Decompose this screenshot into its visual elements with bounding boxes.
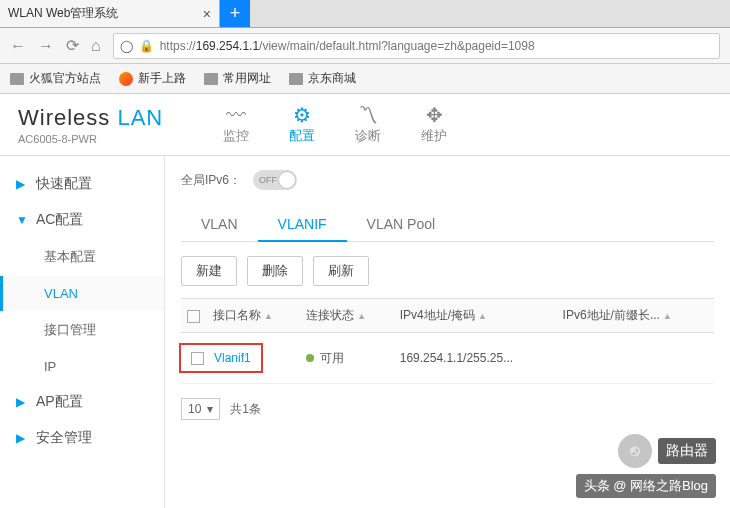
vlanif-table: 接口名称▲ 连接状态▲ IPv4地址/掩码▲ IPv6地址/前缀长...▲ Vl… xyxy=(181,298,714,384)
firefox-icon xyxy=(119,72,133,86)
maintain-icon: ✥ xyxy=(426,105,443,125)
global-ipv6-row: 全局IPv6： OFF xyxy=(181,170,714,190)
folder-icon xyxy=(10,73,24,85)
back-icon[interactable]: ← xyxy=(10,37,26,55)
url-input[interactable]: ◯ 🔒 https://169.254.1.1/view/main/defaul… xyxy=(113,33,720,59)
sort-icon: ▲ xyxy=(357,311,366,321)
sidebar-item-security[interactable]: ▶安全管理 xyxy=(0,420,164,456)
address-bar: ← → ⟳ ⌂ ◯ 🔒 https://169.254.1.1/view/mai… xyxy=(0,28,730,64)
sidebar-sub-vlan[interactable]: VLAN xyxy=(0,276,164,311)
cell-ipv4: 169.254.1.1/255.25... xyxy=(394,333,557,384)
page-header: Wireless LAN AC6005-8-PWR 〰监控 ⚙配置 〽诊断 ✥维… xyxy=(0,94,730,156)
browser-tab-bar: WLAN Web管理系统 × + xyxy=(0,0,730,28)
lock-warning-icon: 🔒 xyxy=(139,39,154,53)
pager-total: 共1条 xyxy=(230,401,261,418)
sidebar-sub-basic[interactable]: 基本配置 xyxy=(0,238,164,276)
highlight-annotation: Vlanif1 xyxy=(179,343,263,373)
gear-icon: ⚙ xyxy=(293,105,311,125)
browser-tab[interactable]: WLAN Web管理系统 × xyxy=(0,0,220,27)
folder-icon xyxy=(289,73,303,85)
chevron-down-icon: ▼ xyxy=(16,213,28,227)
sidebar-sub-interface[interactable]: 接口管理 xyxy=(0,311,164,349)
sidebar-item-quick[interactable]: ▶快速配置 xyxy=(0,166,164,202)
tab-vlanif[interactable]: VLANIF xyxy=(258,208,347,242)
folder-icon xyxy=(204,73,218,85)
tab-vlan[interactable]: VLAN xyxy=(181,208,258,241)
col-ipv6[interactable]: IPv6地址/前缀长...▲ xyxy=(557,299,714,333)
status-dot-icon xyxy=(306,354,314,362)
new-tab-button[interactable]: + xyxy=(220,0,250,27)
bookmark-item[interactable]: 常用网址 xyxy=(204,70,271,87)
tab-title: WLAN Web管理系统 xyxy=(8,5,118,22)
sidebar-item-ac[interactable]: ▼AC配置 xyxy=(0,202,164,238)
chevron-down-icon: ▾ xyxy=(207,402,213,416)
col-ipv4[interactable]: IPv4地址/掩码▲ xyxy=(394,299,557,333)
sort-icon: ▲ xyxy=(663,311,672,321)
bookmark-bar: 火狐官方站点 新手上路 常用网址 京东商城 xyxy=(0,64,730,94)
col-name[interactable]: 接口名称▲ xyxy=(207,299,300,333)
chevron-right-icon: ▶ xyxy=(16,431,28,445)
watermark-author: 头条 @ 网络之路Blog xyxy=(576,474,716,498)
ipv6-toggle[interactable]: OFF xyxy=(253,170,297,190)
bookmark-item[interactable]: 京东商城 xyxy=(289,70,356,87)
close-icon[interactable]: × xyxy=(203,6,211,22)
chevron-right-icon: ▶ xyxy=(16,177,28,191)
cell-status: 可用 xyxy=(300,333,393,384)
nav-maintain[interactable]: ✥维护 xyxy=(421,105,447,145)
new-button[interactable]: 新建 xyxy=(181,256,237,286)
page-size-select[interactable]: 10▾ xyxy=(181,398,220,420)
refresh-button[interactable]: 刷新 xyxy=(313,256,369,286)
nav-monitor[interactable]: 〰监控 xyxy=(223,105,249,145)
sort-icon: ▲ xyxy=(264,311,273,321)
router-icon: ⎋ xyxy=(618,434,652,468)
delete-button[interactable]: 删除 xyxy=(247,256,303,286)
shield-icon: ◯ xyxy=(120,39,133,53)
table-row: Vlanif1 可用 169.254.1.1/255.25... xyxy=(181,333,714,384)
watermark: ⎋ 路由器 xyxy=(618,434,716,468)
brand-model: AC6005-8-PWR xyxy=(18,133,163,145)
nav-config[interactable]: ⚙配置 xyxy=(289,105,315,145)
brand: Wireless LAN AC6005-8-PWR xyxy=(18,105,163,145)
sort-icon: ▲ xyxy=(478,311,487,321)
home-icon[interactable]: ⌂ xyxy=(91,37,101,55)
pager: 10▾ 共1条 xyxy=(181,398,714,420)
bookmark-item[interactable]: 新手上路 xyxy=(119,70,186,87)
forward-icon[interactable]: → xyxy=(38,37,54,55)
watermark-text: 路由器 xyxy=(658,438,716,464)
url-text: https://169.254.1.1/view/main/default.ht… xyxy=(160,39,535,53)
sidebar-sub-ip[interactable]: IP xyxy=(0,349,164,384)
col-status[interactable]: 连接状态▲ xyxy=(300,299,393,333)
row-checkbox[interactable] xyxy=(191,352,204,365)
tab-vlanpool[interactable]: VLAN Pool xyxy=(347,208,455,241)
bookmark-item[interactable]: 火狐官方站点 xyxy=(10,70,101,87)
diagnose-icon: 〽 xyxy=(358,105,378,125)
top-nav: 〰监控 ⚙配置 〽诊断 ✥维护 xyxy=(223,105,447,145)
select-all-checkbox[interactable] xyxy=(187,310,200,323)
content-tabs: VLAN VLANIF VLAN Pool xyxy=(181,208,714,242)
vlanif-link[interactable]: Vlanif1 xyxy=(214,351,251,365)
sidebar-item-ap[interactable]: ▶AP配置 xyxy=(0,384,164,420)
monitor-icon: 〰 xyxy=(226,105,246,125)
action-bar: 新建 删除 刷新 xyxy=(181,256,714,286)
nav-diagnose[interactable]: 〽诊断 xyxy=(355,105,381,145)
reload-icon[interactable]: ⟳ xyxy=(66,36,79,55)
chevron-right-icon: ▶ xyxy=(16,395,28,409)
ipv6-label: 全局IPv6： xyxy=(181,172,241,189)
cell-ipv6 xyxy=(557,333,714,384)
sidebar: ▶快速配置 ▼AC配置 基本配置 VLAN 接口管理 IP ▶AP配置 ▶安全管… xyxy=(0,156,165,508)
brand-title: Wireless LAN xyxy=(18,105,163,131)
